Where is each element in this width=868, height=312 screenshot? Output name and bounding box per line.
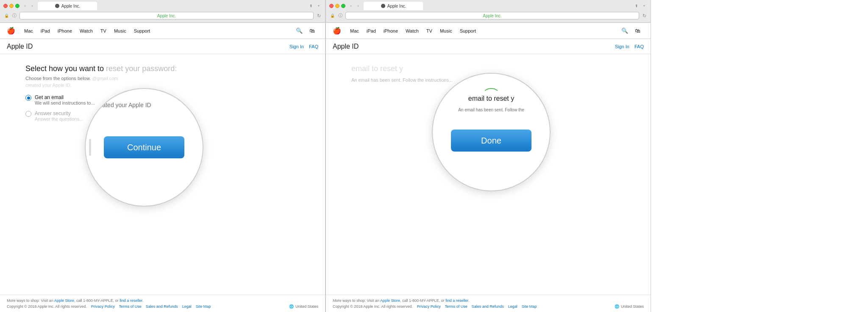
- nav-mac-left[interactable]: Mac: [20, 23, 37, 39]
- nav-buttons-left: ‹ ›: [22, 3, 35, 9]
- active-tab-right[interactable]: Apple Inc.: [364, 2, 423, 10]
- main-content-left: Select how you want to reset your passwo…: [0, 54, 325, 295]
- terms-link-left[interactable]: Terms of Use: [119, 304, 142, 309]
- radio-email-label: Get an email: [35, 94, 95, 100]
- copyright-right: Copyright © 2018 Apple Inc. All rights r…: [333, 304, 413, 309]
- right-browser-window: ‹ › Apple Inc. ⬆ + 🔒 ⓘ Apple Inc.: [326, 0, 651, 312]
- faq-link-right[interactable]: FAQ: [634, 44, 644, 49]
- reset-password-subtitle: Choose from the options below. @gmail.co…: [25, 76, 300, 81]
- window-controls-right: ⬆ +: [634, 3, 647, 9]
- active-tab-left[interactable]: Apple Inc.: [38, 2, 97, 10]
- refresh-icon-left[interactable]: ↻: [316, 13, 322, 19]
- nav-music-left[interactable]: Music: [110, 23, 130, 39]
- nav-music-right[interactable]: Music: [436, 23, 456, 39]
- footer-line1-right: More ways to shop: Visit an Apple Store,…: [333, 298, 644, 303]
- nav-watch-left[interactable]: Watch: [76, 23, 97, 39]
- traffic-lights-left: [3, 4, 19, 8]
- svg-point-1: [381, 4, 385, 8]
- tab-favicon-left: [55, 3, 60, 8]
- sitemap-link-right[interactable]: Site Map: [522, 304, 537, 309]
- search-icon-right[interactable]: 🔍: [618, 23, 632, 39]
- privacy-link-right[interactable]: Privacy Policy: [417, 304, 441, 309]
- apple-store-link-right[interactable]: Apple Store: [380, 298, 400, 303]
- minimize-button-right[interactable]: [335, 4, 339, 8]
- apple-nav-right: 🍎 Mac iPad iPhone Watch TV Music Support…: [326, 23, 651, 39]
- nav-support-right[interactable]: Support: [456, 23, 480, 39]
- lock-icon-right: 🔒: [329, 13, 335, 19]
- address-bar-left[interactable]: Apple Inc.: [19, 12, 314, 19]
- refresh-icon-right[interactable]: ↻: [641, 13, 647, 19]
- reseller-link-left[interactable]: find a reseller: [120, 298, 142, 303]
- url-text-left: Apple Inc.: [157, 14, 176, 18]
- nav-iphone-right[interactable]: iPhone: [380, 23, 402, 39]
- nav-iphone-left[interactable]: iPhone: [54, 23, 76, 39]
- maximize-button-right[interactable]: [341, 4, 345, 8]
- footer-line1-left: More ways to shop: Visit an Apple Store,…: [7, 298, 318, 303]
- search-icon-left[interactable]: 🔍: [292, 23, 306, 39]
- nav-ipad-right[interactable]: iPad: [363, 23, 380, 39]
- magnifier-left: created your Apple ID Continue: [85, 88, 203, 207]
- nav-support-left[interactable]: Support: [130, 23, 154, 39]
- back-button-left[interactable]: ‹: [22, 3, 28, 9]
- legal-link-left[interactable]: Legal: [182, 304, 192, 309]
- apple-nav-left: 🍎 Mac iPad iPhone Watch TV Music Support…: [0, 23, 325, 39]
- appleid-title-left: Apple ID: [7, 43, 33, 50]
- tab-bar-right: Apple Inc.: [364, 1, 423, 11]
- region-right: 🌐 United States: [615, 304, 644, 309]
- region-left: 🌐 United States: [289, 304, 318, 309]
- traffic-lights-right: [329, 4, 345, 8]
- nav-mac-right[interactable]: Mac: [346, 23, 363, 39]
- continue-button[interactable]: Continue: [104, 136, 184, 158]
- new-tab-icon[interactable]: +: [316, 3, 322, 9]
- appleid-header-left: Apple ID Sign In FAQ: [0, 39, 325, 54]
- signin-link-left[interactable]: Sign In: [289, 44, 304, 49]
- lock-icon-left: 🔒: [3, 13, 9, 19]
- window-controls-left: ⬆ +: [308, 3, 322, 9]
- footer-right: More ways to shop: Visit an Apple Store,…: [326, 295, 651, 312]
- sitemap-link-left[interactable]: Site Map: [196, 304, 211, 309]
- address-bar-row-right: 🔒 ⓘ Apple Inc. ↻: [329, 11, 647, 20]
- bag-icon-right[interactable]: 🛍: [632, 23, 644, 39]
- maximize-button-left[interactable]: [15, 4, 19, 8]
- nav-watch-right[interactable]: Watch: [402, 23, 423, 39]
- privacy-link-left[interactable]: Privacy Policy: [91, 304, 115, 309]
- apple-store-link-left[interactable]: Apple Store: [54, 298, 74, 303]
- reseller-link-right[interactable]: find a reseller: [445, 298, 468, 303]
- share-icon[interactable]: ⬆: [308, 3, 314, 9]
- close-button-left[interactable]: [3, 4, 8, 8]
- radio-security-dot[interactable]: [25, 111, 31, 117]
- sales-link-right[interactable]: Sales and Refunds: [472, 304, 504, 309]
- radio-email-dot[interactable]: [25, 95, 31, 101]
- magnifier-right: email to reset y An email has been sent.…: [432, 73, 551, 191]
- nav-tv-left[interactable]: TV: [97, 23, 110, 39]
- address-bar-right[interactable]: Apple Inc.: [345, 12, 639, 19]
- new-tab-icon-right[interactable]: +: [641, 3, 647, 9]
- browser-top-row-left: ‹ › Apple Inc. ⬆ +: [3, 3, 322, 9]
- flag-icon-right: 🌐: [615, 304, 619, 309]
- signin-link-right[interactable]: Sign In: [615, 44, 629, 49]
- close-button-right[interactable]: [329, 4, 334, 8]
- done-button[interactable]: Done: [451, 130, 531, 152]
- page-content-left: 🍎 Mac iPad iPhone Watch TV Music Support…: [0, 23, 325, 312]
- region-text-left: United States: [295, 304, 318, 309]
- forward-button-right[interactable]: ›: [355, 3, 361, 9]
- footer-links-left: Copyright © 2018 Apple Inc. All rights r…: [7, 304, 318, 309]
- sales-link-left[interactable]: Sales and Refunds: [146, 304, 178, 309]
- bag-icon-left[interactable]: 🛍: [306, 23, 318, 39]
- footer-links-right: Copyright © 2018 Apple Inc. All rights r…: [333, 304, 644, 309]
- info-icon-left: ⓘ: [11, 13, 17, 19]
- nav-ipad-left[interactable]: iPad: [37, 23, 54, 39]
- terms-link-right[interactable]: Terms of Use: [445, 304, 467, 309]
- share-icon-right[interactable]: ⬆: [634, 3, 640, 9]
- back-button-right[interactable]: ‹: [348, 3, 354, 9]
- done-page-title-bg: email to reset y: [351, 64, 625, 73]
- faq-link-left[interactable]: FAQ: [309, 44, 318, 49]
- tab-bar-left: Apple Inc.: [38, 1, 97, 11]
- header-links-left: Sign In FAQ: [289, 44, 318, 49]
- nav-tv-right[interactable]: TV: [423, 23, 436, 39]
- forward-button-left[interactable]: ›: [29, 3, 35, 9]
- legal-link-right[interactable]: Legal: [508, 304, 517, 309]
- tab-favicon-right: [381, 3, 386, 8]
- minimize-button-left[interactable]: [9, 4, 14, 8]
- address-bar-row-left: 🔒 ⓘ Apple Inc. ↻: [3, 11, 322, 20]
